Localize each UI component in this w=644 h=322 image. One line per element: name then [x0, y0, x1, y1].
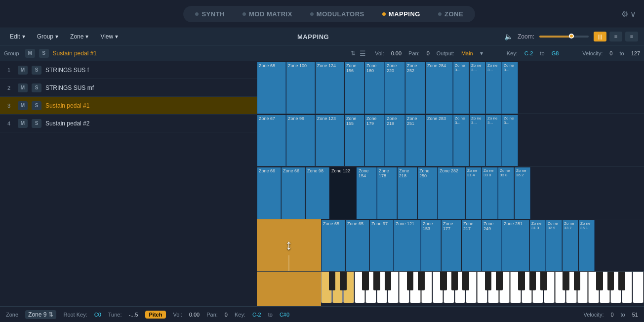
group-mute-btn[interactable]: M [25, 49, 35, 58]
black-key[interactable] [496, 272, 503, 290]
zone-cell[interactable]: Zone 100 [286, 62, 315, 114]
zone-cell[interactable]: Zone 217 [462, 220, 482, 272]
zone-cell[interactable]: Zo ne 36 2 [515, 167, 530, 219]
zone-cell[interactable]: Zo ne 3... [453, 115, 469, 166]
group-menu[interactable]: Group ▾ [33, 32, 62, 41]
zone-cell[interactable]: Zone 179 [365, 115, 385, 166]
black-key[interactable] [362, 272, 369, 290]
zone-cell[interactable]: Zo ne 32 9 [546, 220, 562, 272]
zone-cell[interactable]: Zo ne 31 3 [530, 220, 546, 272]
zone-cell[interactable]: Zone 250 [418, 167, 438, 219]
zone-cell[interactable]: Zone 66 [257, 167, 281, 219]
black-key[interactable] [418, 272, 425, 290]
list-item[interactable]: 3 M S Sustain pedal #1 [0, 97, 257, 115]
tab-modulators[interactable]: MODULATORS [302, 8, 372, 20]
zone-cell[interactable]: Zone 156 [345, 62, 364, 114]
output-value[interactable]: Main [461, 50, 473, 56]
black-key[interactable] [440, 272, 447, 290]
black-key[interactable] [596, 272, 603, 290]
mute-btn[interactable]: M [18, 83, 28, 92]
zone-cell[interactable]: Zone 220 [385, 62, 405, 114]
zone-cell[interactable]: Zo ne 36 1 [579, 220, 595, 272]
solo-btn[interactable]: S [32, 66, 41, 75]
black-key[interactable] [607, 272, 614, 290]
zone-cell[interactable]: Zone 251 [405, 115, 425, 166]
list-icon[interactable]: ≡ [609, 32, 622, 41]
piano-keyboard[interactable] [321, 272, 644, 306]
gold-zone-region[interactable]: ↕ [257, 219, 321, 272]
mute-btn[interactable]: M [18, 66, 28, 75]
zone-cell[interactable]: Zone 98 [306, 167, 329, 219]
zone-menu[interactable]: Zone ▾ [66, 32, 92, 41]
zone-cell[interactable]: Zone 219 [385, 115, 405, 166]
zone-cell[interactable]: Zone 97 [370, 220, 394, 272]
grid-icon[interactable]: ||| [594, 32, 606, 41]
black-key[interactable] [574, 272, 581, 290]
zone-cell[interactable]: Zo ne 3... [470, 62, 485, 114]
tab-mod-matrix[interactable]: MOD MATRIX [235, 8, 300, 20]
black-key[interactable] [340, 272, 347, 290]
black-key[interactable] [540, 272, 547, 290]
zone-cell[interactable]: Zone 154 [357, 167, 377, 219]
zone-cell[interactable]: Zone 68 [257, 62, 286, 114]
black-key[interactable] [518, 272, 525, 290]
zone-cell[interactable]: Zo ne 3... [453, 62, 469, 114]
zone-cell[interactable]: Zone 65 [346, 220, 369, 272]
zone-cell[interactable]: Zone 66 [282, 167, 305, 219]
zoom-slider[interactable] [539, 36, 589, 38]
black-key[interactable] [373, 272, 380, 290]
zone-cell[interactable]: Zo ne 33 7 [563, 220, 578, 272]
zone-cell[interactable]: Zone 283 [426, 115, 453, 166]
solo-btn[interactable]: S [32, 101, 41, 110]
zone-cell[interactable]: Zone 124 [316, 62, 344, 114]
black-key[interactable] [618, 272, 625, 290]
zone-selector[interactable]: Zone 9 ⇅ [25, 310, 56, 319]
zone-cell[interactable]: Zone 122 [330, 167, 357, 219]
edit-menu[interactable]: Edit ▾ [6, 32, 29, 41]
speaker-icon[interactable]: 🔈 [504, 33, 513, 40]
black-key[interactable] [329, 272, 336, 290]
zone-cell[interactable]: Zone 249 [482, 220, 502, 272]
zone-cell[interactable]: Zo ne 3... [470, 115, 485, 166]
zone-cell[interactable]: Zone 155 [345, 115, 364, 166]
zone-cell[interactable]: Zone 123 [316, 115, 344, 166]
solo-btn[interactable]: S [32, 119, 41, 128]
black-key[interactable] [462, 272, 469, 290]
zone-cell[interactable]: Zo ne 3... [502, 115, 518, 166]
tab-mapping[interactable]: MAPPING [374, 8, 428, 20]
list2-icon[interactable]: ≡ [625, 32, 638, 41]
pitch-button[interactable]: Pitch [145, 311, 166, 319]
zone-cell[interactable]: Zo ne 33 0 [482, 167, 498, 219]
zone-cell[interactable]: Zo ne 3... [486, 115, 502, 166]
white-key[interactable] [633, 272, 644, 303]
zone-cell[interactable]: Zone 121 [394, 220, 421, 272]
zone-cell[interactable]: Zone 99 [286, 115, 315, 166]
black-key[interactable] [451, 272, 458, 290]
black-key[interactable] [385, 272, 392, 290]
group-solo-btn[interactable]: S [39, 49, 49, 58]
zone-cell[interactable]: Zo ne 3... [502, 62, 518, 114]
zone-cell[interactable]: Zone 153 [421, 220, 441, 272]
zone-cell[interactable]: Zone 281 [502, 220, 529, 272]
list-item[interactable]: 2 M S STRINGS SUS mf [0, 79, 257, 97]
gear-icon[interactable]: ⚙ ∨ [621, 9, 636, 19]
black-key[interactable] [485, 272, 492, 290]
zone-cell[interactable]: Zone 67 [257, 115, 286, 166]
zone-cell[interactable]: Zone 282 [438, 167, 465, 219]
zone-cell[interactable]: Zo ne 33 8 [498, 167, 514, 219]
zone-cell[interactable]: Zo ne 31 4 [466, 167, 482, 219]
zone-cell[interactable]: Zone 177 [442, 220, 461, 272]
zone-cell[interactable]: Zone 65 [322, 220, 345, 272]
zone-cell[interactable]: Zo ne 3... [486, 62, 502, 114]
list-item[interactable]: 4 M S Sustain pedal #2 [0, 115, 257, 132]
piano-keys[interactable] [321, 272, 644, 306]
black-key[interactable] [407, 272, 414, 290]
zone-cell[interactable]: Zone 218 [398, 167, 417, 219]
output-arrow-icon[interactable]: ▾ [480, 50, 483, 57]
sort-arrows-icon[interactable]: ⇅ [351, 50, 356, 57]
menu-icon[interactable]: ☰ [360, 49, 366, 57]
zone-cell[interactable]: Zone 178 [377, 167, 397, 219]
zone-cell[interactable]: Zone 252 [405, 62, 425, 114]
mute-btn[interactable]: M [18, 101, 28, 110]
zone-cell[interactable]: Zone 284 [426, 62, 453, 114]
